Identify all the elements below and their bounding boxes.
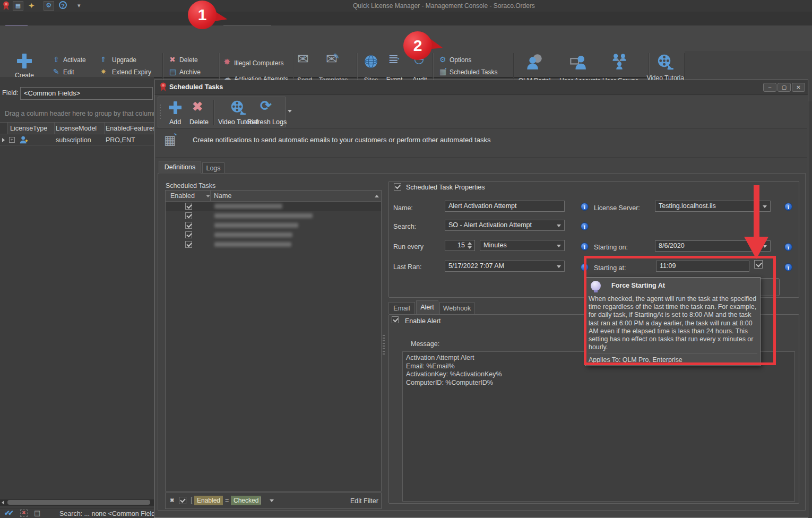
close-button[interactable]: ✕ xyxy=(792,83,805,92)
archive-icon: ▤ xyxy=(169,68,176,75)
options-button[interactable]: Options xyxy=(450,56,471,64)
task-enabled-checkbox[interactable] xyxy=(185,212,192,219)
filter-enabled-checkbox[interactable] xyxy=(179,497,186,504)
activate-button[interactable]: Activate xyxy=(63,56,86,64)
edit-icon: ✎ xyxy=(53,68,59,75)
tab-email[interactable]: Email xyxy=(388,302,415,314)
task-row[interactable] xyxy=(166,230,381,240)
col-enabled[interactable]: Enabled xyxy=(170,192,195,200)
delete-icon: ✖ xyxy=(169,56,176,63)
name-info-icon[interactable]: i xyxy=(581,203,589,211)
tab-webhook[interactable]: Webhook xyxy=(439,302,474,314)
extend-expiry-icon: ✷ xyxy=(100,68,107,75)
qlm-portal-icon xyxy=(526,54,542,71)
toolbar-grip[interactable] xyxy=(160,105,161,119)
tab-alert[interactable]: Alert xyxy=(416,300,438,314)
task-name-redacted xyxy=(214,204,282,209)
message-textarea[interactable]: Activation Attempt Alert Email: %Email% … xyxy=(402,351,795,502)
edit-button[interactable]: Edit xyxy=(63,68,74,76)
filter-dropdown-icon[interactable] xyxy=(270,499,274,502)
column-license-model[interactable]: LicenseModel xyxy=(56,125,97,132)
last-ran-dropdown[interactable]: 5/17/2022 7:07 AM xyxy=(445,261,565,272)
toolbar-overflow-icon[interactable] xyxy=(288,110,292,113)
task-enabled-checkbox[interactable] xyxy=(185,222,192,229)
scheduled-tasks-button[interactable]: Scheduled Tasks xyxy=(450,68,498,76)
filter-bracket-close: ] xyxy=(259,495,261,504)
spinner-down-icon[interactable] xyxy=(468,246,472,249)
starting-on-label: Starting on: xyxy=(594,244,628,251)
filter-clear-icon[interactable]: ✖ xyxy=(170,497,174,503)
filter-operator[interactable]: = xyxy=(225,497,229,504)
tab-logs[interactable]: Logs xyxy=(202,162,224,174)
search-info-icon[interactable]: i xyxy=(581,222,589,230)
license-server-label: License Server: xyxy=(594,204,640,212)
tab-definitions[interactable]: Definitions xyxy=(159,161,201,174)
message-label: Message: xyxy=(411,340,439,348)
edit-filter-link[interactable]: Edit Filter xyxy=(350,497,378,505)
properties-enabled-checkbox[interactable] xyxy=(394,183,401,191)
clear-filter-box[interactable]: ✖ xyxy=(20,510,28,517)
sites-globe-icon xyxy=(364,54,378,69)
search-dropdown[interactable]: SO - Alert Activation Attempt xyxy=(445,220,565,231)
splitter-handle[interactable] xyxy=(383,335,385,356)
printer-icon[interactable]: ▤ xyxy=(34,509,40,517)
refresh-logs-button[interactable]: ⟳ Refresh Logs xyxy=(248,98,286,127)
starting-at-info-icon[interactable]: i xyxy=(784,263,792,271)
validate-check-icon2: ✔ xyxy=(8,509,14,517)
task-enabled-checkbox[interactable] xyxy=(185,231,192,238)
column-enabled-features[interactable]: EnabledFeatures xyxy=(106,125,156,132)
column-license-type[interactable]: LicenseType xyxy=(10,125,47,132)
filter-value-pill[interactable]: Checked xyxy=(231,496,261,505)
dialog-description-row: ▦ ◔ Create notifications to send automat… xyxy=(156,129,807,158)
help-icon[interactable]: ? xyxy=(59,1,67,9)
task-row[interactable] xyxy=(166,221,381,230)
task-row[interactable] xyxy=(166,240,381,249)
maximize-button[interactable]: ▢ xyxy=(778,83,791,92)
products-grid-icon[interactable]: ▦ xyxy=(13,1,23,11)
enable-alert-checkbox[interactable] xyxy=(392,316,399,323)
settings-gear-icon[interactable]: ⚙ xyxy=(44,1,54,11)
license-server-info-icon[interactable]: i xyxy=(784,203,792,211)
enable-alert-label: Enable Alert xyxy=(405,317,440,325)
field-combobox[interactable]: <Common Fields> xyxy=(20,87,153,100)
scrollbar-left-arrow-icon[interactable] xyxy=(2,500,4,505)
row-expand-arrow-icon[interactable] xyxy=(2,138,5,142)
scrollbar-thumb[interactable] xyxy=(7,500,150,505)
task-row[interactable] xyxy=(166,211,381,221)
toolbar-separator xyxy=(213,100,214,125)
sort-ascending-icon[interactable] xyxy=(375,195,379,197)
horizontal-scrollbar[interactable] xyxy=(0,499,154,506)
run-every-unit-dropdown[interactable]: Minutes xyxy=(480,240,565,251)
filter-field-pill[interactable]: Enabled xyxy=(194,496,223,505)
ribbon-tab-row: ▦ Get Started Define Products Protect yo… xyxy=(0,12,812,25)
archive-button[interactable]: Archive xyxy=(179,68,201,76)
add-button[interactable]: Add xyxy=(165,98,186,127)
expand-plus-icon[interactable] xyxy=(9,137,15,143)
statusbar: ✔ ✔ ✖ ▤ Search: ... none <Common Fields> xyxy=(0,508,154,518)
spinner-up-icon[interactable] xyxy=(468,242,472,245)
task-row[interactable] xyxy=(166,202,381,211)
task-enabled-checkbox[interactable] xyxy=(185,203,192,210)
dialog-titlebar[interactable]: Scheduled Tasks – ▢ ✕ xyxy=(154,80,808,95)
minimize-button[interactable]: – xyxy=(763,83,776,92)
starting-on-info-icon[interactable]: i xyxy=(784,243,792,251)
templates-pencil-icon: ✎ xyxy=(333,52,340,61)
upgrade-button[interactable]: Upgrade xyxy=(112,56,136,64)
task-enabled-checkbox[interactable] xyxy=(185,241,192,248)
quick-access-dropdown-icon[interactable]: ▾ xyxy=(77,2,81,9)
delete-button[interactable]: Delete xyxy=(179,56,198,64)
extend-expiry-button[interactable]: Extend Expiry xyxy=(112,68,151,76)
filter-funnel-icon[interactable] xyxy=(206,195,210,197)
wizard-wand-icon[interactable]: ✦ xyxy=(28,1,35,11)
license-row[interactable]: subscription PRO,ENT xyxy=(0,134,154,146)
illegal-computers-button[interactable]: Illegal Computers xyxy=(234,59,283,67)
task-list: Enabled Name xyxy=(165,190,382,491)
field-label: Field: xyxy=(2,89,19,97)
properties-title: Scheduled Task Properties xyxy=(406,184,485,191)
name-input[interactable]: Alert Activation Attempt xyxy=(445,201,565,212)
run-every-info-icon[interactable]: i xyxy=(581,243,589,251)
delete-task-button[interactable]: ✖ Delete xyxy=(187,98,211,127)
filter-bar: ✖ [ Enabled = Checked ] Edit Filter xyxy=(165,493,382,509)
col-name[interactable]: Name xyxy=(214,192,231,200)
dialog-video-tutorial-icon xyxy=(230,100,246,116)
